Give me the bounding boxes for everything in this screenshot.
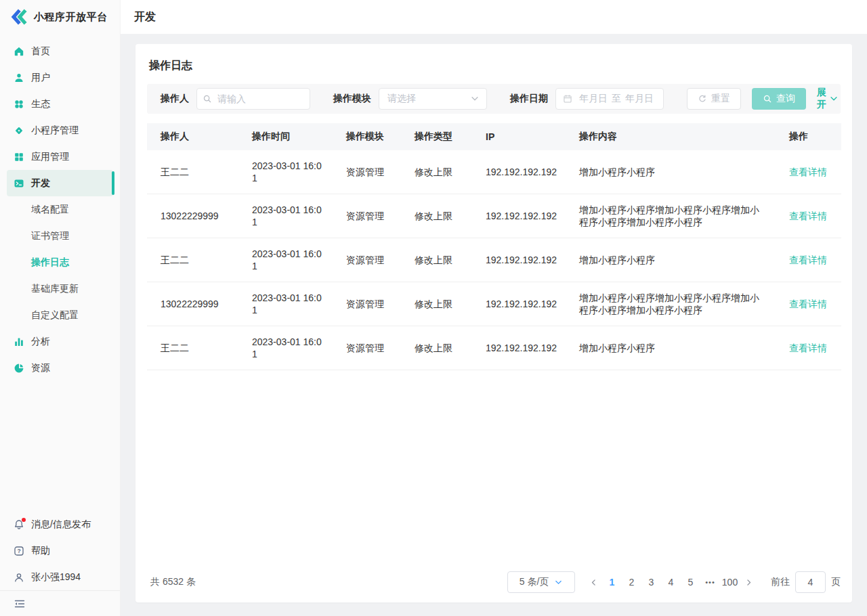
- filter-module: 操作模块 请选择: [333, 88, 487, 110]
- column-header-type: 操作类型: [401, 123, 472, 150]
- sidebar-item-base-library-update[interactable]: 基础库更新: [7, 276, 113, 302]
- main-area: 开发 操作日志 操作人 操作模块: [121, 0, 867, 616]
- sidebar-footer: 消息/信息发布 ? 帮助 张小强1994: [0, 511, 120, 616]
- content-area: 操作日志 操作人 操作模块 请选择: [121, 34, 867, 616]
- ecosystem-icon: [14, 99, 24, 110]
- page-number[interactable]: 100: [720, 571, 740, 593]
- filter-date: 操作日期 年月日 至 年月日: [510, 88, 664, 110]
- sidebar-item-users[interactable]: 用户: [7, 64, 113, 91]
- view-details-link[interactable]: 查看详情: [789, 211, 827, 221]
- sidebar-item-label: 开发: [31, 177, 50, 190]
- sidebar-collapse-row: [0, 590, 120, 616]
- goto-suffix: 页: [831, 576, 841, 588]
- cell-content: 增加小程序小程序增加小程序小程序增加小程序小程序增加小程序小程序: [566, 282, 776, 326]
- collapse-sidebar-icon[interactable]: [14, 598, 26, 610]
- table-row: 13022229999 2023-03-01 16:01 资源管理 修改上限 1…: [147, 194, 841, 238]
- sidebar-item-development[interactable]: 开发: [7, 170, 113, 196]
- calendar-icon: [563, 94, 572, 104]
- cell-time: 2023-03-01 16:01: [238, 238, 333, 282]
- topbar-title: 开发: [134, 10, 156, 24]
- sidebar-item-app-management[interactable]: 应用管理: [7, 144, 113, 170]
- sidebar-item-miniprogram-management[interactable]: 小程序管理: [7, 117, 113, 144]
- table-row: 王二二 2023-03-01 16:01 资源管理 修改上限 192.192.1…: [147, 326, 841, 370]
- page-number[interactable]: 1: [602, 571, 622, 593]
- date-range-picker[interactable]: 年月日 至 年月日: [555, 88, 664, 110]
- view-details-link[interactable]: 查看详情: [789, 343, 827, 353]
- brand-title: 小程序开放平台: [34, 11, 108, 24]
- expand-link-label: 展开: [817, 87, 826, 111]
- table-header-row: 操作人 操作时间 操作模块 操作类型 IP 操作内容 操作: [147, 123, 841, 150]
- cell-type: 修改上限: [401, 150, 472, 194]
- sidebar-item-label: 证书管理: [31, 230, 69, 242]
- svg-text:?: ?: [17, 548, 20, 554]
- pie-chart-icon: [14, 363, 24, 374]
- page-number[interactable]: 2: [622, 571, 641, 593]
- page-number[interactable]: 3: [641, 571, 661, 593]
- cell-type: 修改上限: [401, 282, 472, 326]
- sidebar-item-certificate-management[interactable]: 证书管理: [7, 223, 113, 249]
- sidebar-item-account[interactable]: 张小强1994: [7, 564, 113, 590]
- table-row: 王二二 2023-03-01 16:01 资源管理 修改上限 192.192.1…: [147, 238, 841, 282]
- cell-module: 资源管理: [333, 194, 401, 238]
- cell-type: 修改上限: [401, 194, 472, 238]
- page-title: 操作日志: [149, 59, 839, 73]
- more-pages-button[interactable]: •••: [700, 571, 720, 593]
- sidebar-item-label: 基础库更新: [31, 283, 79, 295]
- sidebar-item-operation-log[interactable]: 操作日志: [7, 249, 113, 276]
- apps-grid-icon: [14, 152, 24, 162]
- notification-badge: [22, 518, 26, 522]
- operator-input[interactable]: [196, 88, 310, 110]
- brand: 小程序开放平台: [0, 0, 120, 34]
- view-details-link[interactable]: 查看详情: [789, 167, 827, 177]
- cell-content: 增加小程序小程序: [566, 326, 776, 370]
- miniprogram-icon: [14, 125, 24, 136]
- cell-module: 资源管理: [333, 326, 401, 370]
- page-number[interactable]: 5: [681, 571, 700, 593]
- cell-time: 2023-03-01 16:01: [238, 194, 333, 238]
- chevron-down-icon: [554, 578, 563, 587]
- filter-operator-label: 操作人: [161, 93, 189, 105]
- cell-ip: 192.192.192.192: [472, 282, 566, 326]
- sidebar-item-label: 生态: [31, 98, 50, 110]
- sidebar-item-analytics[interactable]: 分析: [7, 328, 113, 355]
- query-button[interactable]: 查询: [752, 88, 806, 110]
- next-page-button[interactable]: [740, 571, 757, 593]
- filter-date-label: 操作日期: [510, 93, 548, 105]
- cell-operator: 王二二: [147, 238, 238, 282]
- sidebar-item-help[interactable]: ? 帮助: [7, 537, 113, 564]
- view-details-link[interactable]: 查看详情: [789, 255, 827, 265]
- view-details-link[interactable]: 查看详情: [789, 299, 827, 309]
- sidebar-item-label: 分析: [31, 336, 50, 348]
- page-number[interactable]: 4: [661, 571, 681, 593]
- expand-link[interactable]: 展开: [817, 87, 839, 111]
- cell-time: 2023-03-01 16:01: [238, 150, 333, 194]
- goto-page: 前往 页: [771, 571, 841, 593]
- sidebar-item-domain-config[interactable]: 域名配置: [7, 196, 113, 223]
- user-icon: [14, 72, 24, 83]
- filter-actions: 重置 查询 展开: [687, 87, 839, 111]
- prev-page-button[interactable]: [585, 571, 602, 593]
- cell-type: 修改上限: [401, 326, 472, 370]
- sidebar-item-label: 张小强1994: [31, 571, 81, 584]
- sidebar-item-messages[interactable]: 消息/信息发布: [7, 511, 113, 537]
- sidebar-item-home[interactable]: 首页: [7, 38, 113, 64]
- module-select[interactable]: 请选择: [379, 88, 487, 110]
- page-size-select[interactable]: 5 条/页: [507, 571, 575, 593]
- sidebar-item-resources[interactable]: 资源: [7, 355, 113, 381]
- reset-button-label: 重置: [711, 93, 730, 105]
- search-icon: [763, 94, 772, 104]
- sidebar-item-label: 自定义配置: [31, 309, 79, 322]
- reset-button[interactable]: 重置: [687, 88, 741, 110]
- cell-ip: 192.192.192.192: [472, 150, 566, 194]
- column-header-ip: IP: [472, 123, 566, 150]
- app-window: 小程序开放平台 首页 用户 生态 小程序管理 应用管理: [0, 0, 867, 616]
- empty-space: [147, 370, 841, 562]
- sidebar-item-custom-config[interactable]: 自定义配置: [7, 302, 113, 328]
- cell-operator: 王二二: [147, 150, 238, 194]
- chevron-down-icon: [470, 94, 480, 104]
- cell-operator: 13022229999: [147, 194, 238, 238]
- sidebar-item-label: 用户: [31, 72, 50, 84]
- cell-module: 资源管理: [333, 150, 401, 194]
- sidebar-item-ecosystem[interactable]: 生态: [7, 91, 113, 117]
- goto-page-input[interactable]: [795, 571, 826, 593]
